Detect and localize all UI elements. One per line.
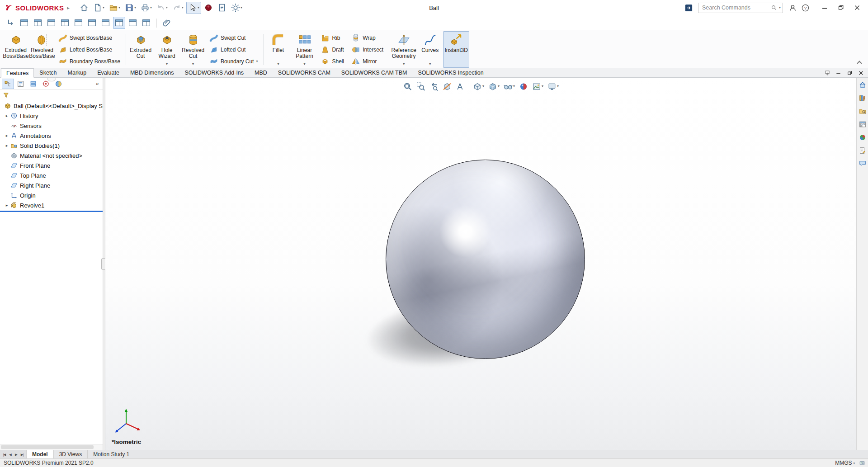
dropdown-caret-icon[interactable]: ▾ <box>103 6 104 9</box>
fillet-button[interactable]: Fillet▾ <box>265 31 291 68</box>
tab-scroll-3[interactable]: ▶| <box>19 453 25 457</box>
dropdown-caret-icon[interactable]: ▾ <box>557 85 559 88</box>
file-properties-button[interactable] <box>216 2 228 14</box>
viewport-pane-3-button[interactable] <box>45 17 57 29</box>
viewport-pane-10-button[interactable] <box>140 17 152 29</box>
tree-item-origin[interactable]: Origin <box>0 190 103 200</box>
tab-overflow-button[interactable]: » <box>93 80 102 87</box>
dropdown-caret-icon[interactable]: ▾ <box>118 6 120 9</box>
user-login-button[interactable] <box>786 1 799 14</box>
search-caret-icon[interactable]: ▾ <box>779 6 781 9</box>
appearances-scenes-button[interactable] <box>858 132 868 142</box>
dropdown-caret-icon[interactable]: ▾ <box>403 62 405 67</box>
forum-button[interactable] <box>858 159 868 169</box>
extruded-cut-button[interactable]: Extruded Cut <box>127 31 154 68</box>
dropdown-caret-icon[interactable]: ▾ <box>166 62 168 67</box>
tab-solidworks-add-ins[interactable]: SOLIDWORKS Add-Ins <box>179 68 249 77</box>
open-button[interactable]: ▾ <box>107 2 122 14</box>
viewport-pane-1-button[interactable] <box>18 17 30 29</box>
tab-mbd[interactable]: MBD <box>249 68 273 77</box>
tree-item-front-plane[interactable]: Front Plane <box>0 160 103 170</box>
extruded-boss-base-button[interactable]: Extruded Boss/Base <box>3 31 29 68</box>
dropdown-caret-icon[interactable]: ▾ <box>150 6 152 9</box>
graphics-area[interactable]: ▾▾▾▾▾ *Isometric <box>105 78 856 450</box>
featuremanager-tab[interactable] <box>2 79 14 89</box>
reference-geometry-button[interactable]: Reference Geometry▾ <box>391 31 417 68</box>
tab-mbd-dimensions[interactable]: MBD Dimensions <box>125 68 179 77</box>
dropdown-caret-icon[interactable]: ▾ <box>277 62 279 67</box>
reorient-sketch-button[interactable] <box>5 17 17 29</box>
doc-tab-3d-views[interactable]: 3D Views <box>54 450 88 458</box>
zoom-to-area-button[interactable] <box>415 81 427 92</box>
dropdown-caret-icon[interactable]: ▾ <box>182 6 184 9</box>
intersect-button[interactable]: Intersect <box>350 44 386 55</box>
rib-button[interactable]: Rib <box>319 33 346 43</box>
curves-button[interactable]: Curves▾ <box>417 31 443 68</box>
search-scope-button[interactable] <box>682 1 695 14</box>
configurationmanager-tab[interactable] <box>27 79 39 89</box>
view-palette-button[interactable] <box>858 119 868 129</box>
units-selector[interactable]: MMGS ▾ <box>833 460 857 466</box>
doc-tab-motion-study-1[interactable]: Motion Study 1 <box>88 450 135 458</box>
expand-caret-icon[interactable]: ▸ <box>4 143 10 148</box>
expand-caret-icon[interactable]: ▸ <box>4 113 10 118</box>
doc-tab-model[interactable]: Model <box>27 450 54 458</box>
document-close-button[interactable] <box>856 69 866 77</box>
hide-show-items-button[interactable]: ▾ <box>502 81 516 92</box>
swept-boss-base-button[interactable]: Swept Boss/Base <box>57 33 123 43</box>
dropdown-caret-icon[interactable]: ▾ <box>303 62 305 67</box>
save-button[interactable]: ▾ <box>123 2 138 14</box>
tab-solidworks-inspection[interactable]: SOLIDWORKS Inspection <box>412 68 489 77</box>
dropdown-caret-icon[interactable]: ▾ <box>198 6 199 9</box>
tab-scroll-1[interactable]: ◀ <box>7 453 13 457</box>
search-commands-box[interactable]: ▾ <box>698 3 783 13</box>
hole-wizard-button[interactable]: Hole Wizard▾ <box>154 31 180 68</box>
tree-item-top-plane[interactable]: Top Plane <box>0 170 103 180</box>
dropdown-caret-icon[interactable]: ▾ <box>498 85 500 88</box>
solidworks-resources-button[interactable] <box>858 80 868 90</box>
previous-view-button[interactable] <box>428 81 440 92</box>
tree-item-right-plane[interactable]: Right Plane <box>0 180 103 190</box>
tree-item-annotations[interactable]: ▸Annotations <box>0 131 103 141</box>
tab-scroll-2[interactable]: ▶ <box>13 453 19 457</box>
dropdown-caret-icon[interactable]: ▾ <box>166 6 168 9</box>
ribbon-collapse-button[interactable] <box>856 60 863 65</box>
viewport-pane-8-button[interactable] <box>113 17 125 29</box>
ball-model[interactable] <box>386 160 585 359</box>
apply-scene-button[interactable]: ▾ <box>530 81 545 92</box>
status-corner-icon[interactable] <box>859 460 865 466</box>
swept-cut-button[interactable]: Swept Cut <box>208 33 260 43</box>
shell-button[interactable]: Shell <box>319 56 346 67</box>
custom-properties-button[interactable] <box>858 146 868 156</box>
document-minimize-button[interactable] <box>833 69 843 77</box>
window-close-button[interactable] <box>849 1 865 14</box>
tab-scroll-0[interactable]: |◀ <box>1 453 7 457</box>
dropdown-caret-icon[interactable]: ▾ <box>192 62 194 67</box>
mirror-button[interactable]: Mirror <box>350 56 386 67</box>
dropdown-caret-icon[interactable]: ▾ <box>542 85 543 88</box>
expand-caret-icon[interactable]: ▸ <box>4 203 10 208</box>
revolved-boss-base-button[interactable]: Revolved Boss/Base <box>29 31 55 68</box>
wrap-button[interactable]: Wrap <box>350 33 386 43</box>
help-button[interactable]: ? <box>799 1 811 14</box>
boundary-boss-base-button[interactable]: Boundary Boss/Base <box>57 56 123 67</box>
dropdown-caret-icon[interactable]: ▾ <box>513 85 515 88</box>
document-restore-button[interactable] <box>844 69 854 77</box>
boundary-cut-button[interactable]: Boundary Cut▾ <box>208 56 260 67</box>
window-minimize-button[interactable] <box>816 1 833 14</box>
dropdown-caret-icon[interactable]: ▾ <box>134 6 136 9</box>
scrollbar-thumb[interactable] <box>1 445 94 449</box>
new-document-button[interactable]: ▾ <box>91 2 106 14</box>
rollback-bar[interactable] <box>0 211 103 212</box>
attachment-button[interactable] <box>161 17 173 29</box>
search-icon[interactable] <box>771 5 778 11</box>
zoom-to-fit-button[interactable] <box>401 81 414 92</box>
dynamic-annotation-views-button[interactable] <box>454 81 466 92</box>
undo-button[interactable]: ▾ <box>155 2 170 14</box>
revolved-cut-button[interactable]: Revolved Cut▾ <box>180 31 206 68</box>
select-button[interactable]: ▾ <box>186 2 201 14</box>
viewport-pane-6-button[interactable] <box>86 17 98 29</box>
file-explorer-button[interactable] <box>858 106 868 116</box>
document-undock-button[interactable] <box>822 69 832 77</box>
dropdown-caret-icon[interactable]: ▾ <box>482 85 484 88</box>
